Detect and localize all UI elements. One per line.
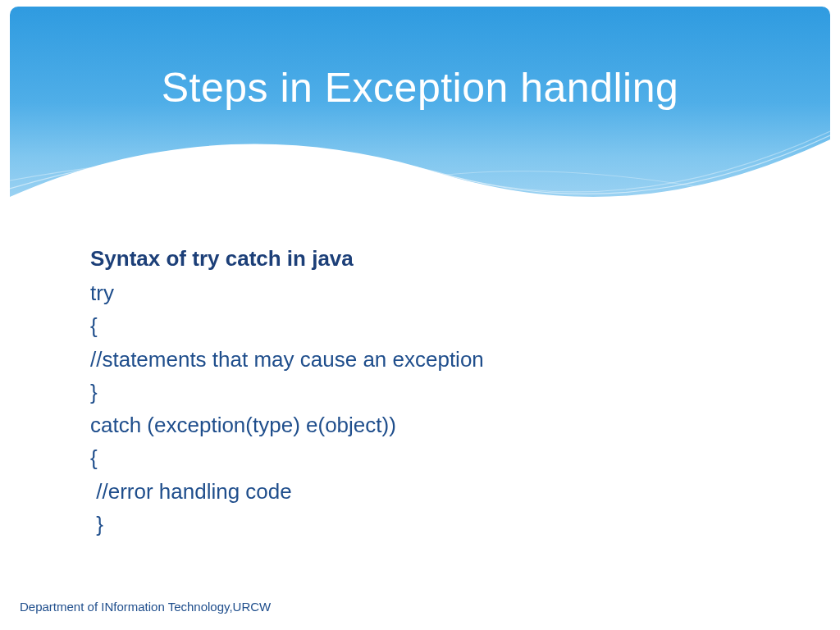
slide-title: Steps in Exception handling [10, 64, 830, 112]
code-line: { [90, 441, 791, 474]
code-line: } [90, 376, 791, 409]
code-line: //statements that may cause an exception [90, 343, 791, 376]
code-line: { [90, 309, 791, 342]
header-band: Steps in Exception handling [10, 7, 830, 220]
code-line: //error handling code [90, 475, 791, 508]
wave-graphic [10, 107, 830, 220]
code-line: } [90, 508, 791, 541]
content-subtitle: Syntax of try catch in java [90, 246, 791, 272]
content-block: Syntax of try catch in java try { //stat… [90, 246, 791, 541]
code-line: try [90, 276, 791, 309]
code-line: catch (exception(type) e(object)) [90, 409, 791, 441]
slide: Steps in Exception handling Syntax of tr… [0, 0, 840, 630]
footer-text: Department of INformation Technology,URC… [20, 600, 271, 614]
